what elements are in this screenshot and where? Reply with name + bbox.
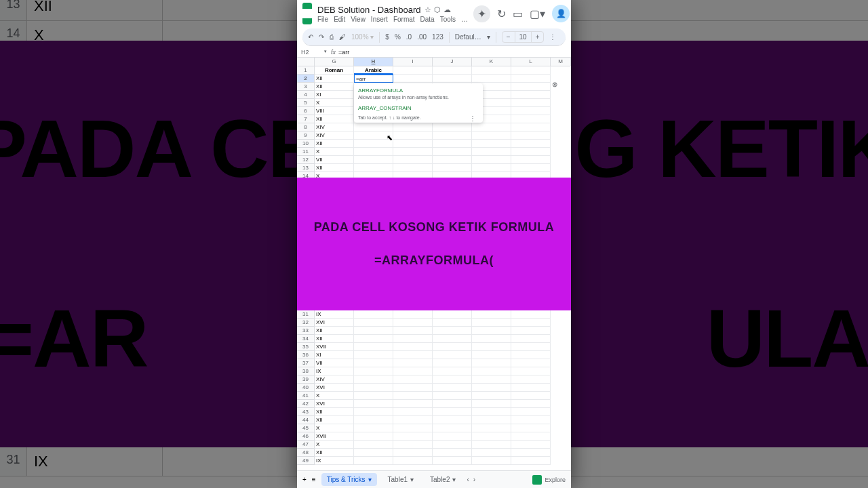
- cell-h[interactable]: [354, 400, 393, 408]
- close-icon[interactable]: ⊗: [552, 81, 557, 88]
- cell-j[interactable]: [433, 424, 472, 432]
- cell-j[interactable]: [433, 384, 472, 392]
- autocomplete-item[interactable]: ARRAY_CONSTRAIN: [358, 104, 479, 113]
- cell-k[interactable]: [472, 375, 511, 384]
- history-icon[interactable]: ✦: [473, 5, 490, 22]
- cell-h[interactable]: [354, 449, 393, 457]
- menu-insert[interactable]: Insert: [371, 16, 388, 23]
- cell-l[interactable]: [511, 359, 551, 367]
- col-header-k[interactable]: K: [472, 58, 511, 66]
- cell-h[interactable]: [354, 131, 393, 140]
- cell-l[interactable]: [511, 367, 551, 375]
- chevron-down-icon[interactable]: ▾: [410, 476, 414, 483]
- cell-h[interactable]: [354, 432, 393, 441]
- cell-i[interactable]: [393, 164, 433, 172]
- cell-k[interactable]: [472, 335, 511, 343]
- cell-l[interactable]: [511, 400, 551, 408]
- cell-g[interactable]: XII: [315, 335, 354, 343]
- row-header[interactable]: 2: [297, 75, 315, 83]
- cell-l[interactable]: [511, 75, 551, 83]
- cell-i[interactable]: [393, 310, 433, 319]
- cell-k[interactable]: [472, 131, 511, 140]
- chevron-down-icon[interactable]: ▾: [368, 476, 372, 483]
- zoom-level[interactable]: 100% ▾: [351, 33, 374, 41]
- cell-j[interactable]: [433, 335, 472, 343]
- explore-button[interactable]: Explore: [532, 475, 566, 485]
- cell-h[interactable]: [354, 375, 393, 384]
- cell-g[interactable]: XVII: [315, 343, 354, 351]
- cell-j[interactable]: [433, 131, 472, 140]
- row-header[interactable]: 6: [297, 107, 315, 115]
- cell-l[interactable]: [511, 432, 551, 441]
- cell-l[interactable]: [511, 148, 551, 156]
- row-header[interactable]: 32: [297, 319, 315, 327]
- cell-j[interactable]: [433, 156, 472, 164]
- row-header[interactable]: 1: [297, 66, 315, 75]
- cell-l[interactable]: [511, 343, 551, 351]
- cell-g[interactable]: XIV: [315, 123, 354, 131]
- cell-g[interactable]: XIV: [315, 131, 354, 140]
- meet-icon[interactable]: ▢▾: [530, 7, 545, 20]
- cell-l[interactable]: [511, 327, 551, 335]
- cell-j[interactable]: [433, 359, 472, 367]
- cell-g[interactable]: XII: [315, 75, 354, 83]
- cell-l[interactable]: [511, 319, 551, 327]
- cell-k[interactable]: [472, 164, 511, 172]
- paint-format-button[interactable]: 🖌: [339, 33, 346, 41]
- cell-h[interactable]: [354, 156, 393, 164]
- cell-i[interactable]: [393, 156, 433, 164]
- row-header[interactable]: 13: [297, 164, 315, 172]
- cell-i[interactable]: [393, 148, 433, 156]
- cell-h[interactable]: [354, 424, 393, 432]
- col-header-h[interactable]: H: [354, 58, 393, 66]
- cell-k[interactable]: [472, 359, 511, 367]
- row-header[interactable]: 8: [297, 123, 315, 131]
- row-header[interactable]: 37: [297, 359, 315, 367]
- cell-g[interactable]: X: [315, 392, 354, 400]
- cell-l1[interactable]: [511, 66, 551, 75]
- cell-l[interactable]: [511, 91, 551, 99]
- cell-g[interactable]: XI: [315, 351, 354, 359]
- cell-h[interactable]: [354, 392, 393, 400]
- cell-k[interactable]: [472, 449, 511, 457]
- row-header[interactable]: 40: [297, 384, 315, 392]
- cell-i[interactable]: [393, 123, 433, 131]
- cell-j[interactable]: [433, 319, 472, 327]
- cell-i[interactable]: [393, 335, 433, 343]
- move-icon[interactable]: ⬡: [434, 5, 441, 14]
- row-header[interactable]: 33: [297, 327, 315, 335]
- cell-l[interactable]: [511, 416, 551, 424]
- sheet-tab-table1[interactable]: Table1▾: [382, 473, 419, 486]
- cell-l[interactable]: [511, 107, 551, 115]
- tab-prev-button[interactable]: ‹: [467, 476, 469, 483]
- row-header[interactable]: 44: [297, 416, 315, 424]
- row-header[interactable]: 38: [297, 367, 315, 375]
- cell-h[interactable]: [354, 384, 393, 392]
- namebox[interactable]: H2: [301, 49, 328, 56]
- col-header-l[interactable]: L: [511, 58, 551, 66]
- row-header[interactable]: 11: [297, 148, 315, 156]
- select-all-corner[interactable]: [297, 58, 315, 66]
- cell-h[interactable]: [354, 416, 393, 424]
- cell-g[interactable]: XII: [315, 83, 354, 91]
- cell-i[interactable]: [393, 319, 433, 327]
- cell-j[interactable]: [433, 123, 472, 131]
- cell-g[interactable]: XI: [315, 91, 354, 99]
- cell-k[interactable]: [472, 319, 511, 327]
- cell-g[interactable]: X: [315, 148, 354, 156]
- cell-g[interactable]: XVI: [315, 384, 354, 392]
- dec-decimal-button[interactable]: .0: [406, 33, 412, 41]
- undo-button[interactable]: ↶: [308, 33, 313, 41]
- cell-g[interactable]: IX: [315, 457, 354, 465]
- cell-g[interactable]: XII: [315, 416, 354, 424]
- cell-k[interactable]: [472, 416, 511, 424]
- cell-i[interactable]: [393, 392, 433, 400]
- cell-g[interactable]: X: [315, 99, 354, 107]
- cell-i[interactable]: [393, 140, 433, 148]
- font-select[interactable]: Defaul…: [455, 33, 481, 41]
- row-header[interactable]: 3: [297, 83, 315, 91]
- cell-j[interactable]: [433, 392, 472, 400]
- cell-k[interactable]: [472, 408, 511, 416]
- autocomplete-menu-icon[interactable]: ⋮: [469, 114, 476, 121]
- cell-i[interactable]: [393, 416, 433, 424]
